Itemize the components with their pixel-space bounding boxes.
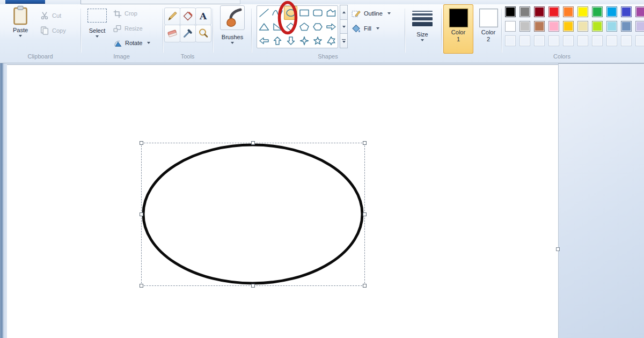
gallery-scroll-down-button[interactable]: [340, 19, 348, 34]
palette-swatch[interactable]: [563, 21, 574, 32]
gallery-scroll-up-button[interactable]: [340, 5, 348, 20]
magnifier-tool[interactable]: [195, 25, 211, 42]
palette-empty-well[interactable]: [505, 35, 516, 46]
shape-gallery: [257, 5, 338, 48]
selection-handle-bottom-right[interactable]: [363, 284, 367, 288]
selection-handle-top-middle[interactable]: [251, 141, 255, 145]
shape-down-arrow[interactable]: [284, 34, 297, 48]
size-label: Size: [416, 31, 428, 38]
palette-empty-well[interactable]: [519, 35, 530, 46]
crop-label: Crop: [125, 10, 137, 17]
brushes-button[interactable]: Brushes: [216, 5, 249, 53]
shape-polygon-icon: [325, 8, 337, 18]
palette-swatch[interactable]: [534, 6, 545, 17]
fill-with-color-tool[interactable]: [180, 8, 196, 25]
canvas-resize-handle[interactable]: [556, 247, 560, 251]
select-label: Select: [89, 27, 106, 34]
text-tool[interactable]: A: [195, 8, 211, 25]
palette-swatch[interactable]: [606, 21, 617, 32]
shape-six-point-star[interactable]: [324, 34, 338, 48]
palette-swatch[interactable]: [563, 6, 574, 17]
selection-handle-top-right[interactable]: [363, 141, 367, 145]
shape-rounded-rectangle-icon: [312, 8, 324, 18]
shape-left-arrow[interactable]: [257, 34, 270, 48]
palette-swatch[interactable]: [548, 6, 559, 17]
palette-empty-well[interactable]: [635, 35, 644, 46]
shape-curve[interactable]: [270, 6, 284, 20]
shape-diamond[interactable]: [284, 20, 297, 34]
shape-four-point-star-icon: [298, 35, 310, 46]
shape-right-triangle[interactable]: [270, 20, 284, 34]
shape-pentagon[interactable]: [297, 20, 311, 34]
brush-icon: [222, 7, 243, 28]
selection-handle-middle-left[interactable]: [140, 212, 143, 216]
palette-swatch[interactable]: [577, 6, 588, 17]
gallery-more-button[interactable]: [340, 33, 348, 48]
palette-swatch[interactable]: [621, 21, 632, 32]
selection-handle-bottom-left[interactable]: [140, 284, 143, 288]
shape-up-arrow[interactable]: [270, 34, 284, 48]
resize-button[interactable]: Resize: [113, 23, 143, 34]
palette-swatch[interactable]: [592, 6, 603, 17]
cut-button[interactable]: Cut: [40, 10, 61, 21]
selection-handle-middle-right[interactable]: [363, 212, 367, 216]
color1-button[interactable]: Color 1: [443, 4, 473, 54]
palette-empty-well[interactable]: [592, 35, 603, 46]
palette-swatch[interactable]: [505, 21, 516, 32]
paint-menu-button[interactable]: [5, 0, 45, 4]
pencil-tool[interactable]: [164, 8, 180, 25]
more-icon: [342, 39, 346, 40]
shape-line[interactable]: [257, 6, 270, 20]
fill-button[interactable]: Fill: [351, 23, 379, 34]
paste-button[interactable]: Paste: [5, 5, 35, 52]
outline-button[interactable]: Outline: [351, 8, 391, 19]
palette-swatch[interactable]: [548, 21, 559, 32]
down-arrow-icon: [342, 26, 346, 28]
crop-icon: [113, 9, 122, 18]
palette-swatch[interactable]: [505, 6, 516, 17]
selection-handle-top-left[interactable]: [140, 141, 143, 145]
shape-right-arrow[interactable]: [324, 20, 338, 34]
dropdown-arrow-icon: [376, 27, 379, 30]
select-button[interactable]: Select: [84, 5, 111, 52]
shape-selection-box[interactable]: [141, 143, 365, 286]
palette-swatch[interactable]: [635, 21, 644, 32]
color2-button[interactable]: Color 2: [475, 4, 501, 54]
palette-swatch[interactable]: [519, 6, 530, 17]
color-picker-tool[interactable]: [180, 25, 196, 42]
shape-polygon[interactable]: [324, 6, 338, 20]
drawn-ellipse[interactable]: [141, 143, 365, 286]
shape-rounded-rectangle[interactable]: [311, 6, 324, 20]
palette-empty-well[interactable]: [563, 35, 574, 46]
magnifier-icon: [197, 27, 209, 39]
colors-group-label: Colors: [501, 53, 623, 61]
palette-swatch[interactable]: [606, 6, 617, 17]
shape-five-point-star[interactable]: [311, 34, 324, 48]
outline-label: Outline: [364, 10, 383, 17]
palette-empty-well[interactable]: [548, 35, 559, 46]
shape-rectangle[interactable]: [297, 6, 311, 20]
palette-swatch[interactable]: [519, 21, 530, 32]
palette-empty-well[interactable]: [606, 35, 617, 46]
palette-empty-well[interactable]: [577, 35, 588, 46]
copy-button[interactable]: Copy: [40, 25, 66, 36]
eraser-tool[interactable]: [164, 25, 180, 42]
shape-oval[interactable]: [284, 6, 297, 20]
resize-icon: [113, 24, 122, 33]
palette-swatch[interactable]: [534, 21, 545, 32]
tools-group-label: Tools: [163, 53, 213, 61]
palette-swatch[interactable]: [592, 21, 603, 32]
palette-empty-well[interactable]: [621, 35, 632, 46]
rotate-button[interactable]: Rotate: [113, 37, 150, 49]
selection-handle-bottom-middle[interactable]: [251, 284, 255, 288]
palette-swatch[interactable]: [621, 6, 632, 17]
shape-four-point-star[interactable]: [297, 34, 311, 48]
crop-button[interactable]: Crop: [113, 8, 137, 19]
palette-empty-well[interactable]: [534, 35, 545, 46]
palette-swatch[interactable]: [635, 6, 644, 17]
shape-hexagon[interactable]: [311, 20, 324, 34]
up-arrow-icon: [342, 11, 346, 13]
size-button[interactable]: Size: [406, 5, 439, 52]
palette-swatch[interactable]: [577, 21, 588, 32]
shape-triangle[interactable]: [257, 20, 270, 34]
